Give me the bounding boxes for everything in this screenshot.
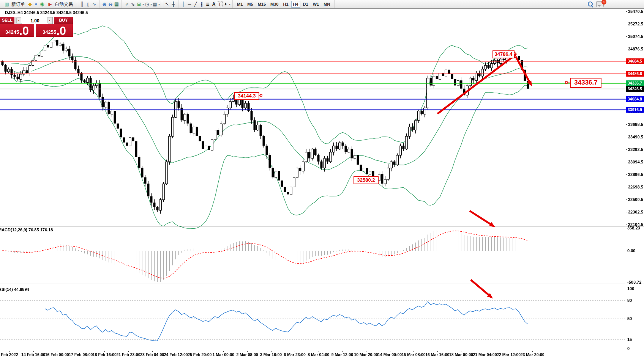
price-axis-label: 33688.5 xyxy=(628,122,643,127)
trade-row-top: SELL ▼ ▲ BUY xyxy=(0,17,73,24)
mt4-window: ▥ 新订单 ◆ ● ◉ ▶ 自动交易 ║ ▯ ∿ ⊕ ⊖ ▦ ⇗ ⇘ ⊞▾ ◷▾ xyxy=(0,0,644,358)
buy-button[interactable]: BUY xyxy=(54,17,73,24)
volume-stepper: ▼ ▲ xyxy=(16,17,53,24)
sell-price-panel[interactable]: 34245 .0 xyxy=(0,24,34,37)
time-axis-label: 3 Mar 16:00 xyxy=(260,352,282,357)
time-axis-label: Feb 2022 xyxy=(1,352,18,357)
time-axis-label: 18 Feb 16:00 xyxy=(93,352,117,357)
price-axis-label: 33490.5 xyxy=(628,135,643,139)
time-axis-label: 22 Mar 12:00 xyxy=(497,352,521,357)
volume-input[interactable] xyxy=(22,17,48,24)
buy-price-frac: .0 xyxy=(56,25,66,37)
time-axis-label: 17 Feb 08:00 xyxy=(69,352,93,357)
time-axis-label: 6 Mar 23:00 xyxy=(284,352,306,357)
price-axis-label: 35074.5 xyxy=(628,34,643,39)
price-annotation: 34336.7 xyxy=(570,78,601,88)
price-axis-label: 33094.5 xyxy=(628,160,643,164)
price-annotation: 34144.3 xyxy=(234,92,259,100)
time-axis-label: 9 Mar 12:00 xyxy=(331,352,353,357)
price-level-badge: 34486.6 xyxy=(626,71,644,77)
rsi-scale-label: 0 xyxy=(627,346,630,351)
time-axis-label: 18 Mar 00:00 xyxy=(449,352,473,357)
price-level-badge: 34084.8 xyxy=(626,96,644,102)
time-axis-label: 23 Feb 04:00 xyxy=(140,352,164,357)
macd-scale-label: 358.23 xyxy=(627,226,640,230)
time-axis-label: 25 Feb 20:00 xyxy=(188,352,212,357)
time-axis-label: 21 Feb 23:00 xyxy=(116,352,140,357)
price-level-badge: 33916.9 xyxy=(626,107,644,113)
sell-price-frac: .0 xyxy=(19,25,29,37)
price-level-badge: 34684.5 xyxy=(626,58,644,64)
time-axis-label: 24 Feb 12:00 xyxy=(164,352,188,357)
buy-price-panel[interactable]: 34255 .0 xyxy=(36,24,73,37)
volume-up-button[interactable]: ▲ xyxy=(47,17,52,23)
rsi-scale-label: 15 xyxy=(627,337,632,342)
price-level-badge: 34246.5 xyxy=(626,86,644,92)
time-axis-label: 10 Mar 20:00 xyxy=(354,352,378,357)
price-axis-label: 33292.5 xyxy=(628,147,643,152)
price-axis-label: 32500.5 xyxy=(628,197,643,202)
price-axis-label: 35470.5 xyxy=(628,9,643,14)
time-axis-label: 1 Mar 00:00 xyxy=(213,352,234,357)
macd-scale-label: -503.72 xyxy=(627,280,641,284)
sell-price-int: 34245 xyxy=(5,29,19,37)
time-axis-label: 16 Feb 00:00 xyxy=(45,352,69,357)
price-annotation: 34786.4 xyxy=(492,50,515,58)
chart-canvas[interactable] xyxy=(0,0,644,358)
rsi-scale-label: 80 xyxy=(627,298,632,303)
rsi-label: RSI(14) 44.8894 xyxy=(0,287,29,292)
time-axis-label: 8 Mar 04:00 xyxy=(308,352,329,357)
one-click-trade-panel: SELL ▼ ▲ BUY 34245 .0 34255 .0 xyxy=(0,17,73,37)
price-axis-label: 32302.5 xyxy=(628,210,643,214)
price-level-badge: 34336.7 xyxy=(626,80,644,86)
price-axis-label: 32896.5 xyxy=(628,172,643,177)
buy-price-int: 34255 xyxy=(43,29,56,37)
price-axis-label: 35272.5 xyxy=(628,22,643,26)
rsi-scale-label: 50 xyxy=(627,316,632,321)
time-axis-label: 16 Mar 16:00 xyxy=(425,352,449,357)
time-axis-label: 2 Mar 08:00 xyxy=(236,352,258,357)
time-axis-label: 15 Mar 08:00 xyxy=(402,352,426,357)
chart-title: DJ30-,H4 34246.5 34246.5 34246.5 34246.5 xyxy=(5,10,88,15)
price-axis-label: 34876.5 xyxy=(628,47,643,51)
time-axis-label: 14 Feb 16:00 xyxy=(21,352,45,357)
price-axis-label: 32698.5 xyxy=(628,185,643,189)
volume-down-button[interactable]: ▼ xyxy=(16,17,21,23)
macd-scale-label: 0.00 xyxy=(627,248,635,253)
time-axis-label: 14 Mar 00:00 xyxy=(378,352,402,357)
rsi-scale-label: 100 xyxy=(627,286,634,291)
price-annotation: 32580.2 xyxy=(354,176,379,184)
macd-label: MACD(12,26,9) 76.85 176.18 xyxy=(0,228,53,232)
sell-button[interactable]: SELL xyxy=(0,17,14,24)
time-axis-label: 21 Mar 04:00 xyxy=(473,352,497,357)
time-axis-label: 23 Mar 20:00 xyxy=(521,352,545,357)
